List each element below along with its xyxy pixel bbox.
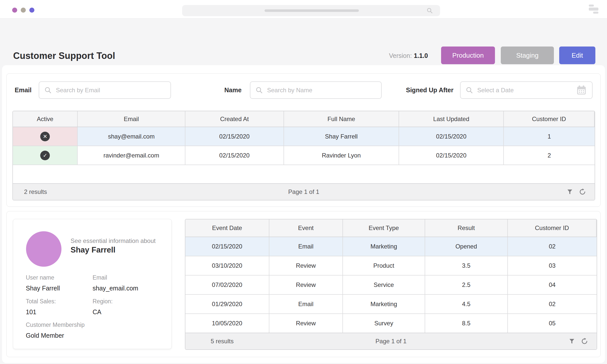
column-header-active[interactable]: Active xyxy=(13,111,78,127)
field-label: Total Sales: xyxy=(26,298,56,305)
users-table-row-2[interactable]: ✓ ravinder@email.com 02/15/2020 Ravinder… xyxy=(13,146,595,165)
field-region: Region: CA xyxy=(93,298,113,316)
field-value: Gold Member xyxy=(26,332,85,339)
field-value: CA xyxy=(93,308,113,316)
active-check-icon: ✓ xyxy=(40,151,50,160)
content-shell: Email Name Signed Up After xyxy=(2,65,605,363)
user-card-intro: See essential information about xyxy=(71,237,156,244)
customer-id-cell: 2 xyxy=(504,146,595,165)
event-cell: Email xyxy=(269,237,343,256)
edit-button[interactable]: Edit xyxy=(559,47,595,64)
window-dot-purple[interactable] xyxy=(12,8,17,13)
users-table-empty-area xyxy=(13,165,595,184)
column-header-customer-id[interactable]: Customer ID xyxy=(508,219,597,237)
event-date-cell: 02/15/2020 xyxy=(185,237,269,256)
browser-bar xyxy=(0,0,607,18)
users-table-header: Active Email Created At Full Name Last U… xyxy=(13,111,595,127)
customer-id-cell: 02 xyxy=(508,295,597,313)
address-placeholder-pill xyxy=(265,9,359,12)
calendar-icon[interactable] xyxy=(576,85,587,96)
event-type-cell: Marketing xyxy=(343,237,425,256)
version-label: Version: xyxy=(389,52,412,59)
email-cell: shay@email.com xyxy=(78,127,185,146)
events-table-row-3[interactable]: 07/02/2020 Review Service 2.5 04 xyxy=(185,276,597,295)
browser-address-bar[interactable] xyxy=(182,5,440,16)
window-controls xyxy=(12,8,34,13)
field-email: Email shay_email.com xyxy=(93,274,138,292)
column-header-event-type[interactable]: Event Type xyxy=(343,219,425,237)
result-cell: Opened xyxy=(425,237,508,256)
result-cell: 3.5 xyxy=(425,256,508,275)
result-cell: 2.5 xyxy=(425,276,508,294)
events-table-row-1[interactable]: 02/15/2020 Email Marketing Opened 02 xyxy=(185,237,597,256)
event-cell: Review xyxy=(269,256,343,275)
users-panel: Email Name Signed Up After xyxy=(6,73,601,207)
last-updated-cell: 02/15/2020 xyxy=(399,127,504,146)
date-filter-box xyxy=(460,81,593,99)
filter-icon[interactable] xyxy=(568,338,575,345)
refresh-icon[interactable] xyxy=(581,338,588,345)
event-type-cell: Survey xyxy=(343,314,425,333)
field-value: Shay Farrell xyxy=(26,285,60,292)
browser-menu-icon[interactable] xyxy=(588,5,598,14)
created-at-cell: 02/15/2020 xyxy=(185,127,284,146)
column-header-created-at[interactable]: Created At xyxy=(185,111,284,127)
column-header-email[interactable]: Email xyxy=(78,111,185,127)
column-header-event[interactable]: Event xyxy=(269,219,343,237)
event-date-cell: 01/29/2020 xyxy=(185,295,269,313)
customer-id-cell: 04 xyxy=(508,276,597,294)
field-user-name: User name Shay Farrell xyxy=(26,274,60,292)
field-label: Region: xyxy=(93,298,113,305)
search-icon xyxy=(255,86,263,94)
full-name-cell: Ravinder Lyon xyxy=(284,146,399,165)
event-date-cell: 03/10/2020 xyxy=(185,256,269,275)
staging-button[interactable]: Staging xyxy=(501,47,554,64)
event-date-cell: 10/05/2020 xyxy=(185,314,269,333)
event-type-cell: Marketing xyxy=(343,295,425,313)
events-table-row-2[interactable]: 03/10/2020 Review Product 3.5 03 xyxy=(185,256,597,276)
field-label: User name xyxy=(26,274,60,281)
email-filter-label: Email xyxy=(15,81,32,99)
event-cell: Review xyxy=(269,314,343,333)
date-select-input[interactable] xyxy=(477,87,572,94)
column-header-customer-id[interactable]: Customer ID xyxy=(504,111,595,127)
event-cell: Email xyxy=(269,295,343,313)
field-value: shay_email.com xyxy=(93,285,138,292)
last-updated-cell: 02/15/2020 xyxy=(399,146,504,165)
column-header-full-name[interactable]: Full Name xyxy=(284,111,399,127)
name-search-input[interactable] xyxy=(267,87,376,94)
version-value: 1.1.0 xyxy=(414,52,428,59)
pagination-status: Page 1 of 1 xyxy=(13,188,595,195)
users-table-row-1[interactable]: ✕ shay@email.com 02/15/2020 Shay Farrell… xyxy=(13,127,595,146)
events-table-row-5[interactable]: 10/05/2020 Review Survey 8.5 05 xyxy=(185,314,597,333)
window-dot-gray[interactable] xyxy=(21,8,26,13)
page-title: Customer Support Tool xyxy=(13,51,115,61)
full-name-cell: Shay Farrell xyxy=(284,127,399,146)
events-table-row-4[interactable]: 01/29/2020 Email Marketing 4.5 02 xyxy=(185,295,597,314)
search-icon xyxy=(426,7,433,14)
user-card-name: Shay Farrell xyxy=(71,245,115,255)
column-header-last-updated[interactable]: Last Updated xyxy=(399,111,504,127)
customer-id-cell: 05 xyxy=(508,314,597,333)
filter-icon[interactable] xyxy=(566,188,573,195)
email-search-input[interactable] xyxy=(56,87,165,94)
refresh-icon[interactable] xyxy=(579,188,586,195)
avatar xyxy=(26,231,61,267)
column-header-event-date[interactable]: Event Date xyxy=(185,219,269,237)
active-status-cell: ✕ xyxy=(13,127,78,146)
search-icon xyxy=(44,86,52,94)
user-card: See essential information about Shay Far… xyxy=(13,219,172,349)
production-button[interactable]: Production xyxy=(441,47,495,64)
signed-up-after-label: Signed Up After xyxy=(406,81,453,99)
inactive-x-icon: ✕ xyxy=(40,132,50,141)
customer-id-cell: 1 xyxy=(504,127,595,146)
event-type-cell: Product xyxy=(343,256,425,275)
events-table-footer: 5 results Page 1 of 1 xyxy=(185,333,597,349)
event-cell: Review xyxy=(269,276,343,294)
customer-id-cell: 03 xyxy=(508,256,597,275)
created-at-cell: 02/15/2020 xyxy=(185,146,284,165)
window-dot-blue[interactable] xyxy=(29,8,34,13)
event-type-cell: Service xyxy=(343,276,425,294)
users-table-footer: 2 results Page 1 of 1 xyxy=(13,183,595,200)
column-header-result[interactable]: Result xyxy=(425,219,508,237)
